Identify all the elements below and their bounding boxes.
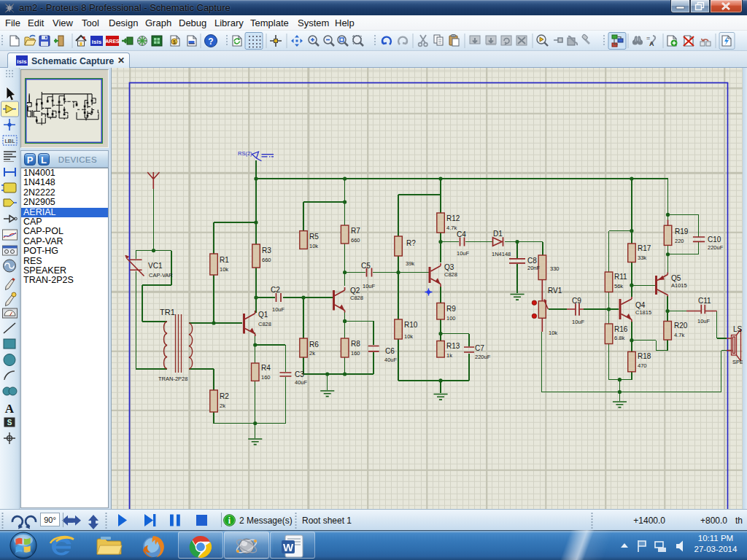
- svg-text:4.7k: 4.7k: [674, 332, 684, 338]
- svg-text:R4: R4: [261, 364, 271, 372]
- svg-text:Q3: Q3: [444, 263, 454, 271]
- svg-text:R?: R?: [406, 239, 416, 247]
- svg-text:10uF: 10uF: [272, 306, 285, 313]
- svg-text:S: S: [7, 419, 12, 427]
- svg-text:R13: R13: [446, 342, 460, 350]
- svg-text:C2: C2: [271, 286, 280, 294]
- svg-text:R12: R12: [446, 214, 460, 222]
- svg-text:?: ?: [208, 36, 213, 47]
- svg-text:Q1: Q1: [258, 311, 268, 319]
- svg-text:39k: 39k: [406, 260, 414, 267]
- svg-text:33k: 33k: [638, 254, 646, 261]
- svg-text:660: 660: [351, 237, 360, 244]
- svg-text:330: 330: [550, 265, 560, 272]
- svg-text:220uF: 220uF: [708, 244, 724, 251]
- svg-text:C6: C6: [385, 347, 395, 355]
- svg-text:C9: C9: [572, 297, 581, 305]
- svg-text:R8: R8: [351, 340, 360, 348]
- svg-text:$: $: [173, 39, 176, 45]
- svg-text:10k: 10k: [220, 266, 228, 273]
- svg-text:LS1: LS1: [733, 325, 743, 333]
- svg-text:C8: C8: [527, 257, 537, 265]
- svg-text:470: 470: [638, 362, 647, 369]
- svg-text:C5: C5: [361, 262, 371, 270]
- svg-text:R19: R19: [675, 228, 689, 236]
- svg-text:TR1: TR1: [160, 308, 175, 316]
- svg-text:660: 660: [262, 257, 271, 263]
- svg-text:D1: D1: [493, 230, 503, 238]
- svg-text:ARES: ARES: [105, 39, 120, 44]
- svg-text:R6: R6: [309, 341, 319, 349]
- svg-text:10uF: 10uF: [697, 318, 711, 324]
- svg-text:R17: R17: [638, 244, 651, 252]
- svg-text:20nF: 20nF: [527, 265, 541, 271]
- svg-text:160: 160: [261, 374, 271, 381]
- svg-text:10uF: 10uF: [572, 319, 585, 325]
- svg-text:RV1: RV1: [548, 287, 562, 295]
- svg-text:A1015: A1015: [671, 282, 687, 289]
- svg-text:2k: 2k: [309, 350, 315, 357]
- svg-text:10k: 10k: [404, 333, 413, 340]
- svg-text:R3: R3: [262, 246, 271, 254]
- svg-text:R16: R16: [614, 325, 628, 333]
- svg-text:C1815: C1815: [635, 309, 651, 316]
- svg-text:C7: C7: [475, 344, 484, 352]
- svg-text:1N4148: 1N4148: [492, 251, 511, 257]
- svg-text:6.8k: 6.8k: [614, 335, 624, 341]
- svg-text:SPEA: SPEA: [732, 359, 743, 365]
- svg-text:CAP-VAR: CAP-VAR: [149, 272, 173, 279]
- svg-text:R5: R5: [309, 233, 319, 241]
- svg-text:VC1: VC1: [148, 262, 163, 270]
- svg-text:R11: R11: [614, 273, 627, 281]
- svg-text:R18: R18: [638, 352, 651, 360]
- svg-text:R9: R9: [446, 305, 456, 313]
- svg-text:40uF: 40uF: [295, 379, 308, 386]
- svg-text:2k: 2k: [220, 402, 225, 409]
- svg-text:C4: C4: [457, 230, 466, 238]
- svg-text:1k: 1k: [446, 352, 452, 359]
- svg-text:10uF: 10uF: [363, 283, 376, 289]
- svg-text:W: W: [283, 541, 294, 553]
- svg-text:isis: isis: [92, 39, 102, 45]
- svg-text:4.7k: 4.7k: [446, 225, 457, 231]
- svg-text:C828: C828: [444, 271, 457, 278]
- svg-text:C10: C10: [708, 236, 721, 244]
- svg-text:LBL: LBL: [4, 138, 15, 144]
- svg-text:Q2: Q2: [350, 287, 360, 295]
- svg-text:160: 160: [351, 350, 360, 357]
- svg-text:C11: C11: [698, 297, 711, 305]
- svg-text:A: A: [5, 402, 15, 416]
- svg-text:R10: R10: [404, 321, 418, 329]
- svg-text:56k: 56k: [614, 283, 623, 289]
- svg-text:R2: R2: [220, 392, 229, 400]
- svg-text:RS(2): RS(2): [238, 150, 252, 157]
- svg-text:Q4: Q4: [635, 301, 646, 309]
- svg-text:R1: R1: [220, 256, 229, 264]
- svg-text:10k: 10k: [549, 330, 557, 336]
- svg-text:10uF: 10uF: [457, 250, 470, 257]
- svg-text:10k: 10k: [309, 243, 318, 249]
- svg-text:100: 100: [446, 315, 456, 322]
- svg-text:TRAN-2P28: TRAN-2P28: [158, 376, 187, 382]
- svg-text:C828: C828: [350, 295, 363, 301]
- svg-text:40uF: 40uF: [384, 357, 398, 363]
- svg-text:A: A: [649, 40, 654, 47]
- svg-text:220uF: 220uF: [475, 354, 491, 360]
- svg-text:Q5: Q5: [671, 274, 681, 282]
- svg-text:R20: R20: [674, 322, 688, 330]
- svg-text:isis: isis: [17, 58, 27, 65]
- svg-text:220: 220: [675, 238, 684, 244]
- svg-text:C3: C3: [295, 370, 304, 378]
- svg-text:R7: R7: [351, 227, 360, 235]
- svg-text:C828: C828: [258, 321, 271, 327]
